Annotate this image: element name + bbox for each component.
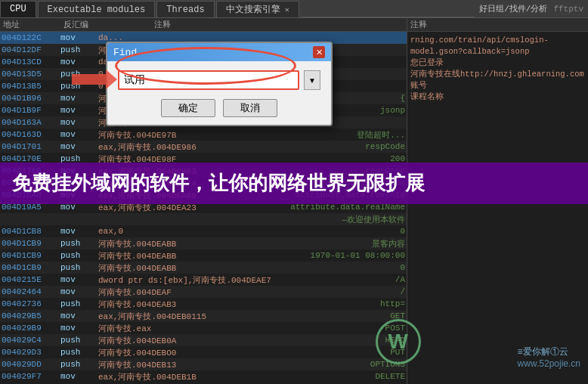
dialog-title: Find — [113, 47, 137, 58]
dialog-input-row: ▼ — [118, 70, 320, 90]
confirm-button[interactable]: 确定 — [161, 99, 215, 117]
find-dropdown-button[interactable]: ▼ — [304, 70, 320, 90]
dialog-close-button[interactable]: ✕ — [313, 46, 325, 58]
dialog-buttons: 确定 取消 — [118, 99, 320, 117]
dialog-titlebar: Find ✕ — [107, 43, 331, 61]
dialog-overlay: Find ✕ ▼ 确定 取消 — [0, 0, 588, 384]
cancel-button[interactable]: 取消 — [223, 99, 277, 117]
dialog-body: ▼ 确定 取消 — [107, 61, 331, 125]
find-input[interactable] — [118, 70, 299, 90]
find-dialog: Find ✕ ▼ 确定 取消 — [106, 42, 333, 126]
